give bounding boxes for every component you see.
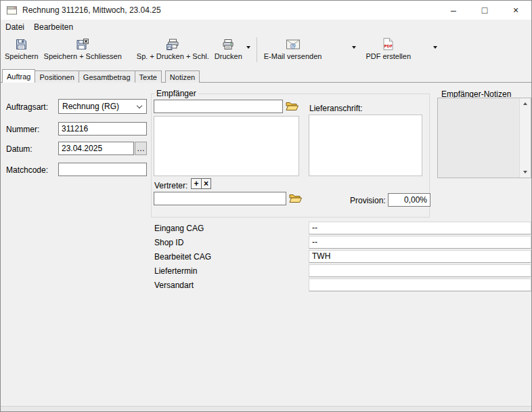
vertreter-add-button[interactable]: + [192,179,201,188]
toolbar-separator [257,37,257,62]
menu-datei[interactable]: Datei [1,20,29,34]
drucken-dropdown-arrow[interactable] [245,41,252,54]
notes-content [438,98,519,178]
window-title: Rechnung 311216, Mittwoch, 23.04.25 [22,5,161,15]
datum-input[interactable] [58,142,134,155]
auftrag-tab-page: Empfänger Auftragsart: Rechnung (RG) Num… [1,82,531,411]
speichern-button[interactable]: Speichern [2,37,41,61]
email-split-button: @ E-Mail versenden [261,37,358,61]
lieferanschrift-label: Lieferanschrift: [309,104,363,113]
bearbeitet-cag-label: Bearbeitet CAG [154,252,211,262]
tab-gesamtbetrag[interactable]: Gesamtbetrag [79,70,135,83]
shop-id-field[interactable]: -- [309,236,531,249]
tab-texte[interactable]: Texte [135,70,162,83]
drucken-split-button: Drucken [212,37,252,61]
email-versenden-button[interactable]: @ E-Mail versenden [261,37,325,61]
notes-scrollbar[interactable] [519,98,531,178]
email-icon: @ [286,37,300,51]
empfaenger-input[interactable] [154,100,283,113]
pdf-dropdown-arrow[interactable] [431,41,439,54]
email-dropdown-arrow[interactable] [350,41,357,54]
tab-strip: Auftrag Positionen Gesamtbetrag Texte No… [2,69,199,83]
empfaenger-notizen-box[interactable] [437,98,531,178]
folder-open-icon [286,102,298,111]
eingang-cag-field[interactable]: -- [309,222,531,234]
sp-drucken-schl-button[interactable]: Sp. + Drucken + Schl. [134,37,212,61]
pdf-split-button: PDF PDF erstellen [363,37,439,61]
auftragsart-combobox[interactable]: Rechnung (RG) [58,99,147,114]
close-button[interactable]: × [500,1,531,20]
app-icon [7,5,17,16]
versandart-field[interactable] [309,279,531,291]
empfaenger-address-box[interactable] [154,116,299,176]
tab-positionen[interactable]: Positionen [35,70,79,83]
pdf-icon: PDF [383,37,393,51]
scroll-up-icon[interactable] [521,100,530,108]
menu-bearbeiten[interactable]: Bearbeiten [29,20,78,34]
liefertermin-field[interactable] [309,264,531,277]
liefertermin-label: Liefertermin [154,266,197,276]
toolbar: Speichern Speichern + Schliessen [1,34,531,66]
vertreter-buttons: + × [191,178,211,189]
vertreter-input[interactable] [154,192,286,205]
vertreter-remove-button[interactable]: × [201,179,210,188]
empfaenger-browse-button[interactable] [286,102,298,111]
empfaenger-group-caption: Empfänger [154,89,198,98]
minimize-button[interactable]: – [438,1,469,20]
tab-auftrag[interactable]: Auftrag [2,69,35,83]
provision-input[interactable] [388,193,430,207]
print-icon [222,37,234,51]
vertreter-browse-button[interactable] [289,194,302,203]
matchcode-label: Matchcode: [6,165,48,175]
pdf-erstellen-button[interactable]: PDF PDF erstellen [363,37,414,61]
svg-text:PDF: PDF [384,44,393,48]
window-bottom-edge [1,406,531,411]
app-window: Rechnung 311216, Mittwoch, 23.04.25 – □ … [0,0,532,412]
window-controls: – □ × [438,1,531,20]
svg-text:@: @ [290,41,296,48]
auftragsart-label: Auftragsart: [6,102,48,112]
datum-browse-button[interactable]: … [135,142,147,155]
maximize-button[interactable]: □ [469,1,500,20]
speichern-schliessen-button[interactable]: Speichern + Schliessen [41,37,125,61]
shop-id-label: Shop ID [154,238,183,247]
menu-bar: Datei Bearbeiten [1,20,531,34]
save-icon [16,37,27,51]
chevron-down-icon [137,103,142,108]
datum-label: Datum: [6,144,32,154]
nummer-input[interactable] [58,122,147,136]
nummer-label: Nummer: [6,125,39,134]
bearbeitet-cag-field[interactable]: TWH [309,250,531,263]
drucken-button[interactable]: Drucken [212,37,245,61]
matchcode-input[interactable] [58,163,147,176]
vertreter-label: Vertreter: [154,181,187,190]
auftragsart-value: Rechnung (RG) [62,102,119,111]
title-bar: Rechnung 311216, Mittwoch, 23.04.25 – □ … [1,1,531,20]
provision-label: Provision: [350,196,386,205]
save-print-close-icon [167,37,179,51]
tab-notizen[interactable]: Notizen [165,70,200,83]
lieferanschrift-box[interactable] [309,115,422,176]
versandart-label: Versandart [154,281,194,290]
folder-open-icon [289,194,302,203]
scroll-down-icon[interactable] [521,168,530,176]
eingang-cag-label: Eingang CAG [154,224,204,233]
save-close-icon [76,37,89,51]
